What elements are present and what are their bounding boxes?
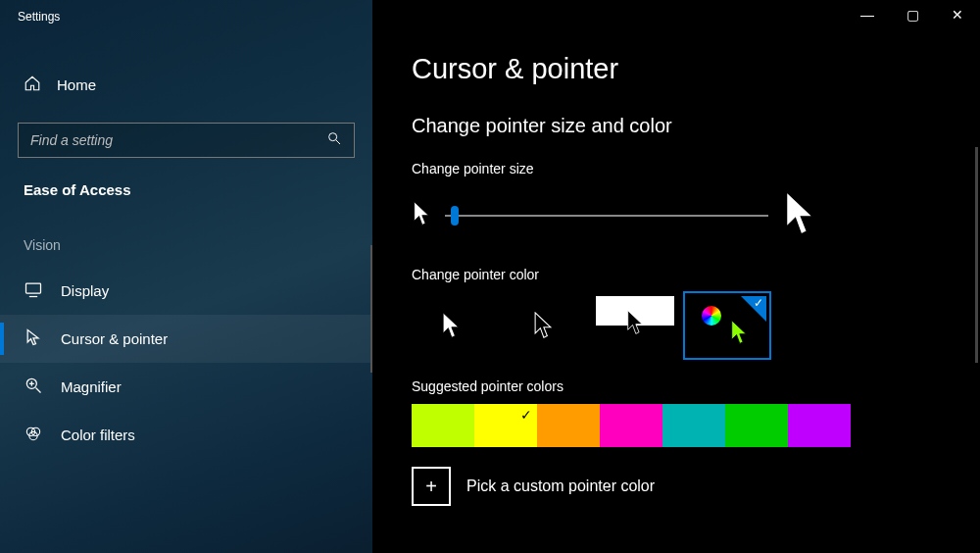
sidebar-item-label: Color filters <box>61 427 135 443</box>
pointer-color-custom[interactable]: ✓ <box>688 296 766 355</box>
subheading: Change pointer size and color <box>412 115 941 137</box>
window-controls: — ▢ ✕ <box>845 0 980 29</box>
main-scrollbar[interactable] <box>975 147 978 363</box>
sidebar-item-magnifier[interactable]: Magnifier <box>0 363 372 411</box>
plus-icon: + <box>412 467 451 506</box>
custom-color-label: Pick a custom pointer color <box>466 478 655 495</box>
sidebar-item-cursor-pointer[interactable]: Cursor & pointer <box>0 315 372 363</box>
check-icon: ✓ <box>754 296 763 310</box>
home-link[interactable]: Home <box>0 65 372 105</box>
category-label: Ease of Access <box>0 181 372 198</box>
swatch-yellow[interactable]: ✓ <box>474 404 537 447</box>
cursor-large-icon <box>782 190 817 241</box>
pointer-size-slider-row <box>412 190 941 241</box>
search-input[interactable] <box>30 132 326 148</box>
pointer-color-options: ✓ <box>412 296 941 355</box>
cursor-icon <box>24 327 43 350</box>
swatch-orange[interactable] <box>537 404 600 447</box>
maximize-button[interactable]: ▢ <box>890 0 935 29</box>
pointer-size-slider[interactable] <box>445 215 768 217</box>
home-label: Home <box>57 76 96 93</box>
svg-line-1 <box>336 140 340 144</box>
suggested-color-swatches: ✓ <box>412 404 941 447</box>
pointer-color-inverted[interactable] <box>596 296 674 355</box>
magnifier-icon <box>24 376 43 398</box>
sidebar-item-display[interactable]: Display <box>0 267 372 315</box>
color-filters-icon <box>24 424 43 446</box>
sidebar-item-color-filters[interactable]: Color filters <box>0 411 372 459</box>
sidebar-item-label: Display <box>61 282 109 299</box>
pointer-color-label: Change pointer color <box>412 267 941 282</box>
svg-rect-2 <box>26 283 41 293</box>
page-title: Cursor & pointer <box>412 53 941 85</box>
home-icon <box>24 75 41 95</box>
minimize-button[interactable]: — <box>845 0 890 29</box>
suggested-colors-label: Suggested pointer colors <box>412 378 941 394</box>
svg-line-7 <box>36 388 41 393</box>
color-wheel-icon <box>702 306 721 326</box>
swatch-pink[interactable] <box>600 404 662 447</box>
pointer-color-black[interactable] <box>504 296 582 355</box>
close-button[interactable]: ✕ <box>935 0 980 29</box>
main-content: Cursor & pointer Change pointer size and… <box>372 0 980 553</box>
section-label: Vision <box>0 237 372 253</box>
cursor-small-icon <box>412 201 431 230</box>
app-title: Settings <box>18 10 60 24</box>
swatch-green[interactable] <box>725 404 788 447</box>
svg-point-0 <box>329 133 337 141</box>
search-icon <box>326 130 342 150</box>
swatch-purple[interactable] <box>788 404 851 447</box>
display-icon <box>24 279 43 302</box>
swatch-lime[interactable] <box>412 404 474 447</box>
custom-color-row[interactable]: + Pick a custom pointer color <box>412 467 941 506</box>
swatch-teal[interactable] <box>662 404 725 447</box>
sidebar-item-label: Magnifier <box>61 378 122 395</box>
slider-thumb[interactable] <box>451 206 459 226</box>
pointer-color-white[interactable] <box>412 296 490 355</box>
sidebar-item-label: Cursor & pointer <box>61 330 168 347</box>
pointer-size-label: Change pointer size <box>412 161 941 176</box>
check-icon: ✓ <box>520 407 532 423</box>
sidebar: Home Ease of Access Vision Display Curso… <box>0 0 372 553</box>
search-box[interactable] <box>18 123 355 158</box>
